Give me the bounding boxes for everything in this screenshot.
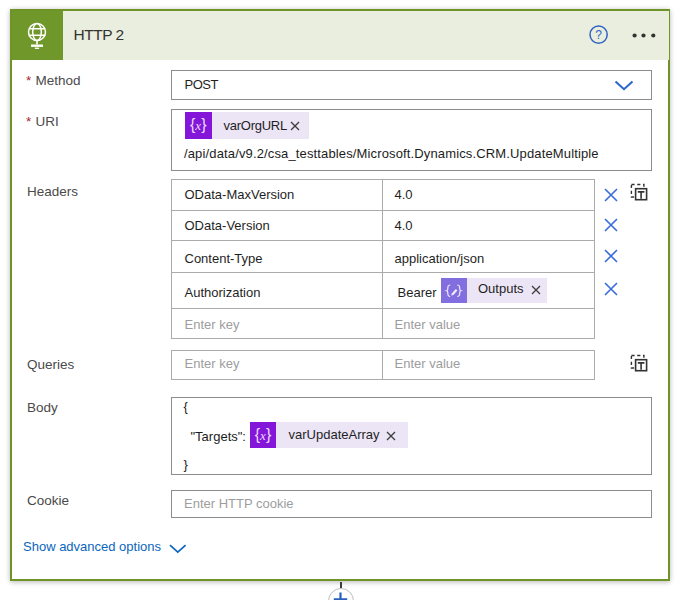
svg-text:?: ? [595,28,602,42]
